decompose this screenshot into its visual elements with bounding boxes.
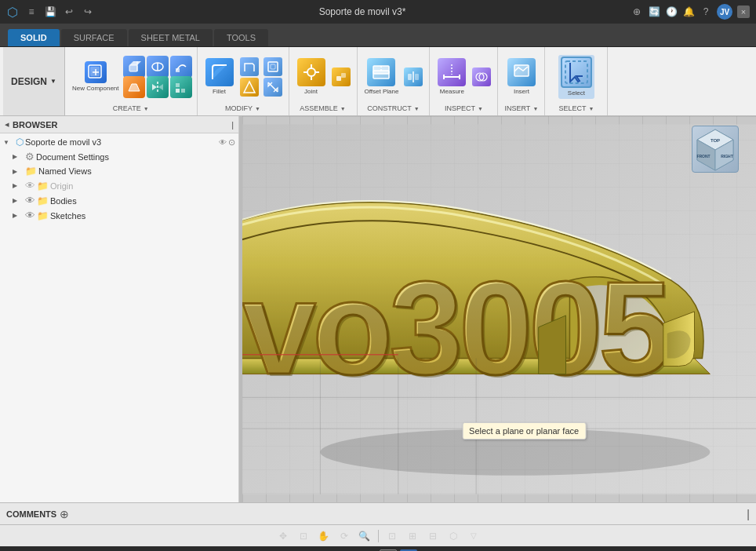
svg-text:FRONT: FRONT xyxy=(696,154,710,159)
browser-pin-icon[interactable]: | xyxy=(231,120,234,130)
doc-settings-arrow: ▶ xyxy=(13,153,24,160)
sketches-eye[interactable]: 👁 xyxy=(25,210,35,221)
scale-button[interactable] xyxy=(262,78,284,97)
bodies-eye[interactable]: 👁 xyxy=(25,195,35,206)
extrude-button[interactable] xyxy=(123,57,145,76)
joint-button[interactable]: Joint xyxy=(294,55,329,99)
browser-title: BROWSER xyxy=(13,120,228,130)
revolve-button[interactable] xyxy=(147,57,169,76)
add-icon[interactable]: ⊕ xyxy=(631,5,643,18)
nav-cube[interactable]: TOP FRONT RIGHT xyxy=(692,126,747,181)
tab-sheet-metal[interactable]: SHEET METAL xyxy=(129,29,213,46)
shell-button[interactable] xyxy=(262,57,284,76)
mirror-button[interactable] xyxy=(147,78,169,97)
assemble-group: Joint ASSEMBLE ▼ xyxy=(289,47,358,115)
design-label: DESIGN xyxy=(11,76,47,87)
bell-icon[interactable]: 🔔 xyxy=(682,5,695,18)
tab-tools[interactable]: TOOLS xyxy=(214,29,268,46)
svg-rect-33 xyxy=(415,74,419,80)
display-settings-icon[interactable]: ⊡ xyxy=(383,527,401,545)
offset-plane-button[interactable]: Offset Plane xyxy=(362,55,402,99)
interference-icon xyxy=(472,68,491,86)
svg-rect-16 xyxy=(176,83,180,87)
chamfer-button[interactable] xyxy=(238,57,260,76)
user-avatar[interactable]: JV xyxy=(717,4,732,20)
browser-collapse-icon[interactable]: ◂ xyxy=(5,119,9,130)
root-icon: ⬡ xyxy=(16,137,24,148)
tab-surface[interactable]: SURFACE xyxy=(61,29,127,46)
svg-rect-40 xyxy=(514,65,529,76)
named-views-arrow: ▶ xyxy=(13,168,24,175)
tree-item-document-settings[interactable]: ▶ ⚙ Document Settings xyxy=(0,149,238,164)
tree-item-root[interactable]: ▼ ⬡ Soporte de movil v3 👁 ⊙ xyxy=(0,135,238,149)
select-button[interactable]: Select xyxy=(558,55,594,99)
measure-button[interactable]: Measure xyxy=(434,55,469,99)
undo-icon[interactable]: ↩ xyxy=(63,5,75,18)
select-label: Select xyxy=(568,89,585,97)
redo-icon[interactable]: ↪ xyxy=(82,5,94,18)
tab-solid[interactable]: SOLID xyxy=(8,29,60,46)
clock-icon[interactable]: 🕐 xyxy=(665,5,678,18)
midplane-button[interactable] xyxy=(402,68,424,86)
tree-item-sketches[interactable]: ▶ 👁 📁 Sketches xyxy=(0,208,238,223)
save-icon[interactable]: 💾 xyxy=(44,5,56,18)
assemble-tools: Joint xyxy=(294,50,352,103)
design-dropdown[interactable]: DESIGN ▼ xyxy=(3,47,65,115)
comments-add-icon[interactable]: ⊕ xyxy=(60,508,69,520)
menu-icon[interactable]: ≡ xyxy=(25,5,38,18)
pattern-button[interactable] xyxy=(170,78,192,97)
bodies-arrow: ▶ xyxy=(13,197,24,204)
refresh-icon[interactable]: 🔄 xyxy=(648,5,660,18)
insert-mesh-button[interactable]: Insert xyxy=(504,55,539,99)
look-at-icon[interactable]: ⟳ xyxy=(336,527,353,545)
interference-button[interactable] xyxy=(471,68,492,86)
select-group-label: SELECT ▼ xyxy=(558,104,594,112)
svg-text:RIGHT: RIGHT xyxy=(721,154,733,159)
close-button[interactable]: × xyxy=(737,5,750,18)
svg-rect-17 xyxy=(268,62,278,71)
create-arrow: ▼ xyxy=(144,106,149,111)
sweep-button[interactable] xyxy=(170,57,192,76)
loft-button[interactable] xyxy=(123,78,145,97)
construct-tools: Offset Plane xyxy=(362,50,425,103)
orbit-icon[interactable]: ⊡ xyxy=(295,527,312,545)
bottom-toolbar: ⏮ ⏪ ▶ ⏩ ⏭ ⊡ ⬡ ⊟ ▣ ⚙ xyxy=(0,546,756,551)
construct-plane-label: Offset Plane xyxy=(365,88,399,95)
sketches-icon: 📁 xyxy=(37,210,49,221)
doc-settings-icon: ⚙ xyxy=(25,151,35,162)
chamfer-icon xyxy=(240,57,259,76)
zoom-icon[interactable]: 🔍 xyxy=(356,527,373,545)
create-group-label: CREATE ▼ xyxy=(113,104,149,112)
construct-group: Offset Plane CONSTRUCT ▼ xyxy=(358,47,431,115)
new-component-button[interactable]: New Component xyxy=(70,55,122,99)
comments-label: COMMENTS xyxy=(6,509,56,519)
nav-cube-box[interactable]: TOP FRONT RIGHT xyxy=(692,126,739,173)
origin-arrow: ▶ xyxy=(13,182,24,189)
svg-marker-10 xyxy=(129,84,140,91)
svg-text:vo3005: vo3005 xyxy=(245,256,671,404)
viewport[interactable]: vo3005 vo3005 xyxy=(242,116,756,502)
origin-eye[interactable]: 👁 xyxy=(25,180,35,192)
svg-rect-18 xyxy=(271,64,275,69)
fillet-button[interactable]: Fillet xyxy=(202,55,237,99)
help-icon[interactable]: ? xyxy=(700,5,712,18)
environment-icon[interactable]: ▽ xyxy=(465,527,482,545)
grid-icon[interactable]: ⊞ xyxy=(404,527,421,545)
root-eye[interactable]: 👁 xyxy=(219,138,227,147)
panel-split-icon[interactable]: | xyxy=(747,508,750,520)
sweep-icon xyxy=(170,56,192,78)
create-label: New Component xyxy=(72,85,119,92)
tree-item-origin[interactable]: ▶ 👁 📁 Origin xyxy=(0,178,238,193)
snap-icon[interactable]: ⊟ xyxy=(424,527,442,545)
pan-icon[interactable]: ✋ xyxy=(315,527,333,545)
shell-icon xyxy=(264,57,282,76)
root-extra[interactable]: ⊙ xyxy=(228,137,235,148)
tree-item-bodies[interactable]: ▶ 👁 📁 Bodies xyxy=(0,193,238,208)
select-arrow: ▼ xyxy=(588,106,594,111)
tree-item-named-views[interactable]: ▶ 📁 Named Views xyxy=(0,164,238,178)
as-built-button[interactable] xyxy=(330,68,352,86)
visual-style-icon[interactable]: ⬡ xyxy=(445,527,462,545)
modify-group: Fillet xyxy=(198,47,289,115)
move-icon[interactable]: ✥ xyxy=(274,527,292,545)
draft-button[interactable] xyxy=(238,78,260,97)
